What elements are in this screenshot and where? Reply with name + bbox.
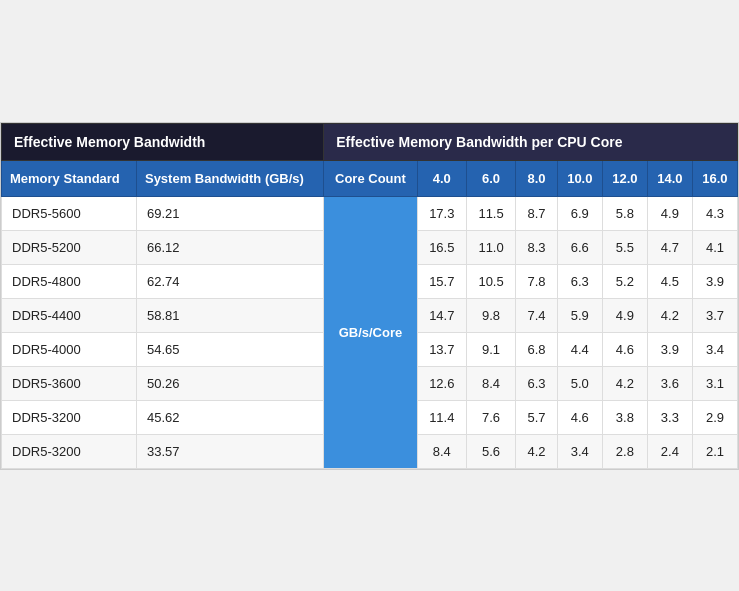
system-bandwidth-cell: 58.81 xyxy=(136,298,323,332)
value-cell-col4: 4.2 xyxy=(602,366,647,400)
value-cell-col0: 13.7 xyxy=(417,332,466,366)
memory-standard-cell: DDR5-3600 xyxy=(2,366,137,400)
value-cell-col0: 15.7 xyxy=(417,264,466,298)
value-cell-col4: 5.2 xyxy=(602,264,647,298)
main-table-wrapper: Effective Memory Bandwidth Effective Mem… xyxy=(0,122,739,470)
memory-standard-cell: DDR5-3200 xyxy=(2,400,137,434)
value-cell-col0: 16.5 xyxy=(417,230,466,264)
col16-header: 16.0 xyxy=(692,160,737,196)
value-cell-col3: 6.6 xyxy=(557,230,602,264)
value-cell-col1: 9.1 xyxy=(466,332,515,366)
memory-standard-cell: DDR5-4400 xyxy=(2,298,137,332)
col12-header: 12.0 xyxy=(602,160,647,196)
core-count-header: Core Count xyxy=(324,160,417,196)
value-cell-col5: 4.2 xyxy=(647,298,692,332)
value-cell-col5: 2.4 xyxy=(647,434,692,468)
col4-header: 4.0 xyxy=(417,160,466,196)
value-cell-col3: 3.4 xyxy=(557,434,602,468)
value-cell-col2: 6.8 xyxy=(516,332,558,366)
value-cell-col6: 3.1 xyxy=(692,366,737,400)
system-bandwidth-cell: 33.57 xyxy=(136,434,323,468)
value-cell-col6: 4.3 xyxy=(692,196,737,230)
system-bandwidth-cell: 66.12 xyxy=(136,230,323,264)
value-cell-col2: 5.7 xyxy=(516,400,558,434)
value-cell-col5: 4.9 xyxy=(647,196,692,230)
sub-header-row: Memory Standard System Bandwidth (GB/s) … xyxy=(2,160,738,196)
system-bandwidth-header: System Bandwidth (GB/s) xyxy=(136,160,323,196)
value-cell-col5: 3.6 xyxy=(647,366,692,400)
col10-header: 10.0 xyxy=(557,160,602,196)
value-cell-col2: 7.4 xyxy=(516,298,558,332)
value-cell-col0: 8.4 xyxy=(417,434,466,468)
value-cell-col1: 9.8 xyxy=(466,298,515,332)
col8-header: 8.0 xyxy=(516,160,558,196)
value-cell-col4: 3.8 xyxy=(602,400,647,434)
value-cell-col2: 8.3 xyxy=(516,230,558,264)
value-cell-col6: 4.1 xyxy=(692,230,737,264)
col14-header: 14.0 xyxy=(647,160,692,196)
value-cell-col0: 17.3 xyxy=(417,196,466,230)
value-cell-col2: 4.2 xyxy=(516,434,558,468)
memory-standard-cell: DDR5-5200 xyxy=(2,230,137,264)
value-cell-col1: 8.4 xyxy=(466,366,515,400)
value-cell-col5: 4.5 xyxy=(647,264,692,298)
value-cell-col4: 2.8 xyxy=(602,434,647,468)
value-cell-col1: 11.0 xyxy=(466,230,515,264)
left-header-cell: Effective Memory Bandwidth xyxy=(2,123,324,160)
memory-standard-cell: DDR5-4800 xyxy=(2,264,137,298)
value-cell-col3: 6.9 xyxy=(557,196,602,230)
value-cell-col6: 3.7 xyxy=(692,298,737,332)
value-cell-col6: 3.9 xyxy=(692,264,737,298)
value-cell-col4: 5.8 xyxy=(602,196,647,230)
value-cell-col3: 6.3 xyxy=(557,264,602,298)
value-cell-col0: 12.6 xyxy=(417,366,466,400)
right-header-label: Effective Memory Bandwidth per CPU Core xyxy=(336,134,622,150)
right-header-cell: Effective Memory Bandwidth per CPU Core xyxy=(324,123,738,160)
system-bandwidth-cell: 69.21 xyxy=(136,196,323,230)
system-bandwidth-cell: 62.74 xyxy=(136,264,323,298)
value-cell-col3: 4.6 xyxy=(557,400,602,434)
value-cell-col6: 2.1 xyxy=(692,434,737,468)
value-cell-col2: 7.8 xyxy=(516,264,558,298)
memory-standard-cell: DDR5-3200 xyxy=(2,434,137,468)
value-cell-col1: 5.6 xyxy=(466,434,515,468)
bandwidth-table: Effective Memory Bandwidth Effective Mem… xyxy=(1,123,738,469)
table-row: DDR5-560069.21GB/s/Core17.311.58.76.95.8… xyxy=(2,196,738,230)
core-count-cell: GB/s/Core xyxy=(324,196,417,468)
top-header-row: Effective Memory Bandwidth Effective Mem… xyxy=(2,123,738,160)
value-cell-col0: 14.7 xyxy=(417,298,466,332)
value-cell-col3: 5.0 xyxy=(557,366,602,400)
system-bandwidth-cell: 50.26 xyxy=(136,366,323,400)
memory-standard-cell: DDR5-5600 xyxy=(2,196,137,230)
left-header-label: Effective Memory Bandwidth xyxy=(14,134,205,150)
value-cell-col1: 11.5 xyxy=(466,196,515,230)
value-cell-col4: 4.9 xyxy=(602,298,647,332)
value-cell-col1: 10.5 xyxy=(466,264,515,298)
value-cell-col3: 4.4 xyxy=(557,332,602,366)
value-cell-col3: 5.9 xyxy=(557,298,602,332)
value-cell-col6: 2.9 xyxy=(692,400,737,434)
value-cell-col2: 6.3 xyxy=(516,366,558,400)
memory-standard-cell: DDR5-4000 xyxy=(2,332,137,366)
col6-header: 6.0 xyxy=(466,160,515,196)
value-cell-col5: 3.9 xyxy=(647,332,692,366)
system-bandwidth-cell: 45.62 xyxy=(136,400,323,434)
value-cell-col4: 5.5 xyxy=(602,230,647,264)
system-bandwidth-cell: 54.65 xyxy=(136,332,323,366)
value-cell-col2: 8.7 xyxy=(516,196,558,230)
value-cell-col4: 4.6 xyxy=(602,332,647,366)
value-cell-col1: 7.6 xyxy=(466,400,515,434)
value-cell-col0: 11.4 xyxy=(417,400,466,434)
value-cell-col6: 3.4 xyxy=(692,332,737,366)
value-cell-col5: 4.7 xyxy=(647,230,692,264)
memory-standard-header: Memory Standard xyxy=(2,160,137,196)
value-cell-col5: 3.3 xyxy=(647,400,692,434)
